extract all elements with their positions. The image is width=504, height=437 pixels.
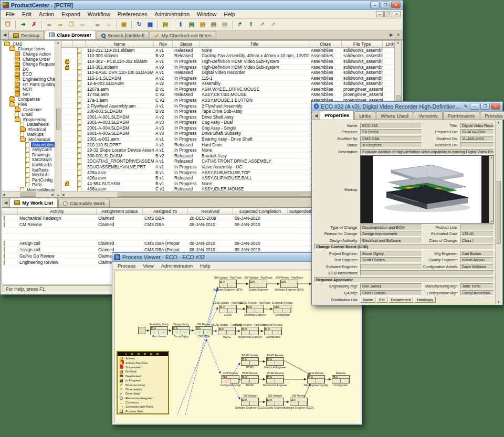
tree-item-assemblies[interactable]: Assemblies (3, 142, 55, 147)
files-column-file-type[interactable]: File Type (342, 41, 383, 47)
report-delete-icon[interactable]: ▤ (219, 20, 230, 29)
workflow-node-final-review[interactable]: Final Review––Mfg Engineering Mgr (307, 375, 325, 383)
props-tab-permissions[interactable]: Permissions (443, 111, 480, 120)
table-row[interactable]: 110-BASE DVR.110-100.SLDASMA v1ReleasedD… (61, 70, 394, 76)
field-value-mfg-engineer[interactable]: Carl Burton (460, 251, 494, 257)
field-value-title[interactable]: Digital Video Recorder High-Definition V… (460, 123, 494, 129)
menu-edit[interactable]: Edit (19, 10, 35, 18)
worklist-column-assigned-to[interactable]: Assigned To (143, 208, 188, 215)
tree-item-drawings[interactable]: Drawings (3, 152, 55, 157)
worklist-column-activity[interactable]: Activity (18, 208, 97, 215)
info-icon[interactable]: ℹ (175, 20, 186, 29)
mdi-minimize-button[interactable]: – (376, 11, 384, 17)
view-tab-scroll-left[interactable]: ◀ (2, 33, 8, 37)
worklist-tab-scroll-left[interactable]: ◀ (3, 200, 9, 205)
props-tab-links[interactable]: Links (354, 111, 375, 120)
field-value-class-of-change[interactable]: Class I (460, 238, 494, 243)
workflow-node-sw-review[interactable]: SW Review––Software Engineer (ECO) (290, 398, 308, 406)
markup-viewer[interactable]: ▲▼ (360, 155, 494, 223)
tree-item-change-order[interactable]: Change Order (3, 57, 55, 62)
field-value-status[interactable]: In Progress (360, 142, 422, 148)
menu-window[interactable]: Window (194, 10, 219, 18)
tree-item-change-items[interactable]: Change Items (3, 47, 55, 52)
props-minimize-button[interactable]: – (470, 103, 479, 110)
field-value-prepared-on[interactable]: 03-NOV-2008 (460, 129, 494, 135)
tree-item-itardrawin[interactable]: ItarDrawin (3, 157, 55, 163)
tree-item-assyconfi[interactable]: AssyConfi (3, 147, 55, 152)
workflow-node-bom-review[interactable]: BOM Review––MCAD (241, 375, 259, 383)
props-tab-process[interactable]: Process (480, 111, 504, 120)
workflow-node-ecad-review-fasttrack[interactable]: ECAD Review - FastTrack––Electrical Engi… (246, 305, 264, 313)
workflow-node-sw-validate[interactable]: SW Validate––Quality Engineer (266, 398, 284, 406)
props-tab-versions[interactable]: Versions (414, 111, 442, 120)
workflow-step-icon[interactable]: ↗ (257, 20, 267, 29)
field-value-manufacturing-mgr[interactable]: John Tuffin (460, 283, 494, 289)
worklist-column-received[interactable]: Received (188, 208, 233, 215)
table-row[interactable]: 110-212.110-201.sldasmA v1ReleasedNoneAs… (61, 48, 394, 54)
workflow-node-ecad-update-fasttrack[interactable]: ECAD Update - FastTrack––ECAD (219, 305, 237, 313)
workflow-node-ecad-update[interactable]: ECAD Update––ECAD (241, 357, 259, 366)
field-value-software-engineer[interactable] (360, 264, 422, 270)
files-column-title[interactable]: Title (200, 41, 309, 47)
field-value-type-of-change[interactable]: Documentation and BOM (360, 225, 422, 230)
open-browser-icon[interactable]: ❐ (3, 20, 13, 29)
copy-link-icon[interactable]: ❐ (66, 20, 77, 29)
table-row[interactable]: 1207a.asmB v1In ProgressASM,WHEEL,DRIVE,… (61, 87, 394, 92)
workflow-end-icon[interactable]: ⇗ (268, 20, 278, 29)
menu-action[interactable]: Action (36, 10, 57, 18)
main-minimize-button[interactable]: – (370, 2, 380, 8)
tree-item-engineering-chang[interactable]: Engineering Chang (3, 77, 55, 82)
field-value-modified-by[interactable]: CMS DBA (360, 136, 422, 142)
distribution-button-name[interactable]: Name (360, 296, 375, 303)
tree-item-email[interactable]: Email (3, 112, 55, 117)
menu-preferences[interactable]: Preferences (114, 10, 151, 18)
detach-icon[interactable]: ∞ (103, 20, 114, 29)
field-value-test-engineer[interactable]: Scott Holmes (360, 257, 422, 263)
props-tab-scroll-left[interactable]: ◀ (313, 113, 319, 118)
mdi-close-button[interactable]: × (393, 11, 401, 17)
attach-icon[interactable]: ∞ (92, 20, 103, 29)
field-value-configuration-mgr[interactable]: Cheryl Anderson (460, 290, 494, 296)
workflow-node-release[interactable]: Release––Configurator (332, 375, 350, 383)
menu-expand[interactable]: Expand (58, 10, 83, 18)
field-value-name[interactable]: ECO #32 (360, 123, 422, 129)
field-value-reason-for-change[interactable]: Design Improvement (360, 231, 422, 237)
tree-item-change-action[interactable]: Change Action (3, 51, 55, 57)
workflow-node-material-release[interactable]: Material Release––Configurator (264, 327, 282, 335)
tree-item-itarmcada[interactable]: ItarMcadA (3, 162, 55, 167)
workflow-node-process-start[interactable] (138, 327, 145, 334)
report-edit-icon[interactable]: ▤ (208, 20, 219, 29)
tree-item-customer[interactable]: Customer (3, 107, 55, 112)
field-value-quality-engineer[interactable]: Kristin Allison (460, 257, 494, 263)
menu-administration[interactable]: Administration (151, 10, 193, 18)
table-row[interactable]: 110-302 - PCB.110-302.sldasmA v1In Progr… (61, 59, 394, 65)
distribution-button-department[interactable]: Department (388, 296, 414, 303)
files-column-class[interactable]: Class (309, 41, 342, 47)
props-tab-properties[interactable]: Properties (320, 110, 354, 120)
files-column-status[interactable]: Status (173, 41, 200, 47)
main-close-button[interactable]: × (391, 2, 401, 8)
field-value-description[interactable]: Evaluate addition of high-definition vid… (360, 149, 494, 155)
workflow-node-sw-review-fasttrack[interactable]: SW Review - FastTrack––Software Engineer… (280, 280, 298, 288)
cancel-checkout-icon[interactable]: ✗ (29, 20, 39, 29)
files-table-header[interactable]: NameRevStatusTitleClassFile TypeLink (61, 41, 401, 48)
field-value-estimated-cost[interactable]: 135.00 (460, 231, 494, 237)
workflow-node-sw-update[interactable]: SW Update––Software Engineer (ECO) (241, 398, 259, 406)
workflow-branch-icon[interactable]: ⇑ (246, 20, 256, 29)
tree-vertical-scrollbar[interactable]: ▲▼ (55, 41, 61, 197)
tree-item-itarparts[interactable]: ItarParts (3, 167, 55, 173)
main-titlebar[interactable]: ProductCenter - [PCTR] –❐× (1, 1, 403, 10)
link-add-icon[interactable]: ∞ (55, 20, 66, 29)
view-tab-search-untitled[interactable]: Search [Untitled] (97, 31, 149, 39)
props-tab-where-used[interactable]: Where Used (376, 111, 413, 120)
checkout-icon[interactable]: ➜ (18, 20, 28, 29)
image-viewer-icon[interactable]: ▦ (145, 20, 155, 29)
workflow-node-feasibility-study[interactable]: Feasibility Study✓✓Ron James (150, 326, 168, 335)
view-tab-my-checked-out-items[interactable]: ✓My Checked-out Items (150, 31, 216, 39)
workflow-node-mcad-review-fasttrack[interactable]: MCAD Review - FastTrack––Mechanical Engi… (241, 327, 259, 335)
field-value-modified-on[interactable]: 11-JAN-2010 (460, 136, 494, 142)
link-break-icon[interactable]: ∞ (77, 20, 88, 29)
workflow-node-electrical-release[interactable]: Electrical Release––Configurator (274, 305, 291, 313)
workflow-node-mcad-review[interactable]: MCAD Review––Mechanical Engineer (266, 375, 284, 383)
tree-horizontal-scrollbar[interactable]: ◀▶ (2, 191, 55, 197)
